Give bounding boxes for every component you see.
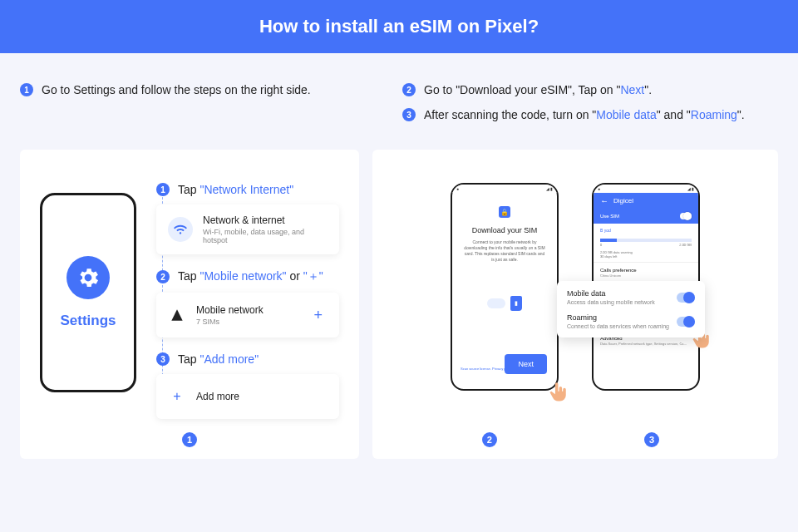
roaming-toggle-row[interactable]: Roaming Connect to data services when ro… — [567, 313, 695, 329]
cloud-icon — [487, 298, 505, 308]
settings-label: Settings — [60, 313, 116, 329]
mobile-data-toggle-row[interactable]: Mobile data Access data using mobile net… — [567, 289, 695, 305]
cloud-illustration: ▮ — [461, 296, 549, 311]
badge-2: 2 — [402, 83, 416, 96]
header: How to install an eSIM on Pixel? — [0, 0, 798, 53]
carrier-name: Digicel — [613, 197, 633, 204]
panel-badge-2: 2 — [482, 432, 497, 447]
use-sim-row[interactable]: Use SIM — [594, 209, 698, 224]
instruction-2-text: Go to "Download your eSIM", Tap on "Next… — [424, 83, 652, 96]
mobile-data-sub: Access data using mobile network — [567, 299, 655, 305]
statusbar: ●◢ ▮ — [594, 185, 698, 193]
back-arrow-icon[interactable]: ← — [600, 196, 608, 205]
plus-icon[interactable]: + — [308, 307, 328, 324]
card-title: Mobile network — [196, 304, 298, 316]
panels: Settings 1 Tap "Network Internet" Networ… — [0, 150, 798, 459]
mobile-data-switch[interactable] — [677, 293, 695, 303]
mobile-data-highlight: Mobile data — [596, 108, 656, 121]
step-3-head: 3 Tap "Add more" — [156, 352, 339, 366]
phone-download-sim: ●◢ ▮ 🔒 Download your SIM Connect to your… — [451, 183, 559, 391]
step-2-head: 2 Tap "Mobile network" or "＋" — [156, 269, 339, 284]
step-badge-3: 3 — [156, 352, 170, 366]
data-usage-bar — [600, 239, 692, 242]
lock-icon: 🔒 — [499, 206, 510, 218]
gear-icon — [66, 256, 110, 299]
network-internet-card[interactable]: Network & internet Wi-Fi, mobile, data u… — [156, 204, 339, 254]
card-title: Network & internet — [203, 214, 328, 226]
panel-badge-3: 3 — [644, 432, 659, 447]
roaming-switch[interactable] — [677, 317, 695, 327]
mobile-data-label: Mobile data — [567, 289, 655, 298]
roaming-label: Roaming — [567, 313, 669, 322]
download-sim-desc: Connect to your mobile network by downlo… — [461, 239, 549, 263]
overlay-toggles: Mobile data Access data using mobile net… — [557, 281, 705, 337]
badge-1: 1 — [20, 83, 33, 96]
card-sub: 7 SIMs — [196, 318, 298, 326]
card-title: Add more — [196, 391, 328, 402]
phone-3-wrap: ●◢ ▮ ← Digicel Use SIM B yod 02.00 GB 2.… — [592, 183, 700, 391]
plus-icon: + — [168, 384, 186, 409]
byod-label: B yod — [594, 224, 698, 237]
instruction-2: 2 Go to "Download your eSIM", Tap on "Ne… — [402, 83, 778, 96]
step-badge-2: 2 — [156, 270, 170, 283]
instruction-1: 1 Go to Settings and follow the steps on… — [20, 83, 369, 96]
step-badge-1: 1 — [156, 183, 170, 196]
roaming-sub: Connect to data services when roaming — [567, 323, 669, 329]
phone-2-wrap: ●◢ ▮ 🔒 Download your SIM Connect to your… — [451, 183, 559, 391]
sim-icon: ▮ — [510, 296, 522, 311]
panel-badge-1: 1 — [182, 432, 197, 447]
roaming-highlight: Roaming — [691, 108, 737, 121]
step-1-head: 1 Tap "Network Internet" — [156, 183, 339, 196]
use-sim-toggle[interactable] — [680, 213, 692, 219]
card-sub: Wi-Fi, mobile, data usage, and hotspot — [203, 228, 328, 244]
pointer-hand-icon — [547, 379, 570, 406]
instruction-3: 3 After scanning the code, turn on "Mobi… — [402, 108, 778, 121]
wifi-icon — [168, 217, 193, 242]
settings-phone: Settings — [40, 193, 136, 392]
panel-step-1: Settings 1 Tap "Network Internet" Networ… — [20, 150, 359, 459]
instructions-right: 2 Go to "Download your eSIM", Tap on "Ne… — [402, 83, 778, 133]
carrier-appbar: ← Digicel — [594, 193, 698, 209]
page-title: How to install an eSIM on Pixel? — [259, 16, 539, 37]
step-1: 1 Tap "Network Internet" Network & inter… — [156, 183, 339, 254]
steps-column: 1 Tap "Network Internet" Network & inter… — [156, 183, 339, 434]
badge-3: 3 — [402, 108, 416, 121]
panel-steps-2-3: ●◢ ▮ 🔒 Download your SIM Connect to your… — [372, 150, 778, 459]
add-more-card[interactable]: + Add more — [156, 374, 339, 419]
calls-preference-row[interactable]: Calls preference China Unicom — [594, 262, 698, 283]
statusbar: ●◢ ▮ — [452, 185, 557, 193]
download-sim-title: Download your SIM — [461, 226, 549, 234]
instructions: 1 Go to Settings and follow the steps on… — [0, 53, 798, 150]
instruction-1-text: Go to Settings and follow the steps on t… — [42, 83, 311, 96]
step-2: 2 Tap "Mobile network" or "＋" Mobile net… — [156, 269, 339, 337]
instructions-left: 1 Go to Settings and follow the steps on… — [20, 83, 369, 133]
step-3: 3 Tap "Add more" + Add more — [156, 352, 339, 419]
next-button[interactable]: Next — [505, 354, 547, 374]
mobile-network-card[interactable]: Mobile network 7 SIMs + — [156, 293, 339, 337]
signal-icon — [168, 303, 186, 328]
instruction-3-text: After scanning the code, turn on "Mobile… — [424, 108, 745, 121]
next-highlight: Next — [620, 83, 644, 96]
